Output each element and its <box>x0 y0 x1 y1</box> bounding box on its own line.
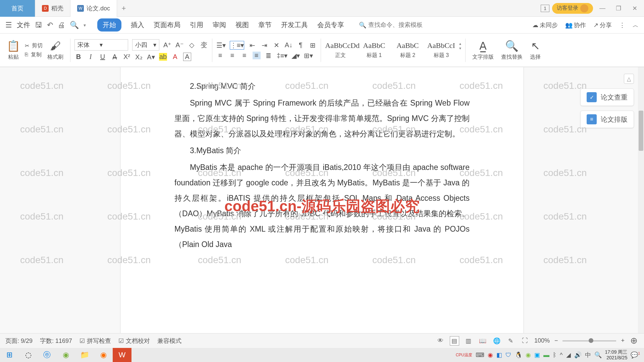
restore-button[interactable]: ❐ <box>612 4 625 12</box>
tray-icon[interactable]: 🛡 <box>505 352 512 359</box>
style-heading2[interactable]: AaBbC标题 2 <box>392 41 423 59</box>
justify-button[interactable]: ≡ <box>253 52 261 59</box>
wifi-icon[interactable]: ◢ <box>566 351 571 359</box>
start-button[interactable]: ⊞ <box>0 348 19 362</box>
tray-icon[interactable]: ◧ <box>496 351 502 359</box>
menu-chapter[interactable]: 章节 <box>258 18 272 32</box>
qa-dropdown[interactable]: ▾ <box>84 22 86 28</box>
format-painter[interactable]: 🖌 格式刷 <box>45 40 66 61</box>
borders-button[interactable]: ⊞▾ <box>304 52 313 60</box>
collapse-ribbon-icon[interactable]: ︿ <box>633 21 639 29</box>
style-gallery-nav[interactable]: ▴▾ <box>459 41 461 59</box>
tray-icon[interactable]: ▣ <box>534 351 540 359</box>
annotate-icon[interactable]: ✎ <box>506 336 516 346</box>
find-replace[interactable]: 🔍查找替换 <box>498 40 525 61</box>
menu-view[interactable]: 视图 <box>235 18 249 32</box>
save-icon[interactable]: 🖫 <box>35 21 42 29</box>
numbering-button[interactable]: ⋮≡▾ <box>230 41 245 50</box>
text-effects-button[interactable]: A▾ <box>147 53 155 61</box>
reading-view-icon[interactable]: 📖 <box>478 336 487 346</box>
show-marks-button[interactable]: ¶ <box>297 41 305 49</box>
wps-icon[interactable]: W <box>113 348 131 362</box>
document-text[interactable]: 2.Spring MVC 简介 Spring MVC 属于 Spring Fra… <box>174 78 470 252</box>
ime-indicator[interactable]: 中 <box>585 351 591 359</box>
decrease-indent-button[interactable]: ⇤ <box>248 41 256 49</box>
eye-icon[interactable]: 👁 <box>436 336 445 346</box>
align-left-button[interactable]: ≡ <box>216 52 224 59</box>
font-color-button[interactable]: A <box>171 53 179 61</box>
paste-group[interactable]: 📋 粘贴 <box>4 40 23 61</box>
cortana-icon[interactable]: ◌ <box>19 348 38 362</box>
tab-document[interactable]: W 论文.doc <box>70 0 117 17</box>
proofing[interactable]: ☑ 文档校对 <box>118 337 150 345</box>
web-view-icon[interactable]: 🌐 <box>492 336 501 346</box>
tray-icon[interactable]: 🐧 <box>515 351 522 359</box>
document-page[interactable]: 2.Spring MVC 简介 Spring MVC 属于 Spring Fra… <box>121 67 523 345</box>
word-count[interactable]: 字数: 11697 <box>40 337 72 345</box>
print-layout-icon[interactable]: ▤ <box>450 336 459 346</box>
menu-member[interactable]: 会员专享 <box>317 18 344 32</box>
side-panel-toggle[interactable]: △ <box>624 74 634 84</box>
share-button[interactable]: ↗ 分享 <box>593 21 612 29</box>
menu-devtools[interactable]: 开发工具 <box>281 18 308 32</box>
superscript-button[interactable]: X² <box>123 53 131 61</box>
clear-format-icon[interactable]: ◇ <box>188 41 196 49</box>
align-right-button[interactable]: ≡ <box>240 52 249 59</box>
instance-badge[interactable]: 1 <box>541 5 549 12</box>
bold-button[interactable]: B <box>74 53 83 61</box>
increase-indent-button[interactable]: ⇥ <box>260 41 268 49</box>
cpu-temp[interactable]: CPU温度 <box>456 352 472 358</box>
shading-button[interactable]: ◢▾ <box>291 52 300 60</box>
tab-daoке[interactable]: D 稻壳 <box>35 0 70 17</box>
cut-button[interactable]: ✂剪切 <box>25 42 43 49</box>
paper-check-button[interactable]: ✓论文查重 <box>580 88 634 106</box>
fit-width-icon[interactable]: ⛶ <box>520 336 530 346</box>
tabs-button[interactable]: ⊞ <box>309 41 317 49</box>
zoom-slider[interactable] <box>562 340 616 342</box>
zoom-in-button[interactable]: + <box>621 337 625 344</box>
scroll-thumb[interactable] <box>639 111 643 151</box>
phonetic-icon[interactable]: 变 <box>200 41 208 50</box>
menu-insert[interactable]: 插入 <box>131 18 144 32</box>
tray-up-icon[interactable]: ^ <box>560 352 562 359</box>
search-input[interactable] <box>368 21 442 28</box>
select[interactable]: ↖选择 <box>527 40 543 61</box>
menu-icon[interactable]: ☰ <box>5 21 12 29</box>
page-count[interactable]: 页面: 9/29 <box>5 337 33 345</box>
underline-button[interactable]: U <box>99 53 107 61</box>
close-button[interactable]: ✕ <box>628 4 641 12</box>
file-menu[interactable]: 文件 <box>17 20 30 29</box>
menu-reference[interactable]: 引用 <box>190 18 203 32</box>
preview-icon[interactable]: 🔍 <box>70 21 79 29</box>
tab-home[interactable]: 首页 <box>0 0 35 17</box>
tray-icon[interactable]: ⌨ <box>476 351 484 359</box>
minimize-button[interactable]: — <box>596 4 609 12</box>
char-border-button[interactable]: A <box>183 53 191 61</box>
outline-view-icon[interactable]: ▥ <box>464 336 473 346</box>
print-icon[interactable]: 🖨 <box>58 21 65 29</box>
app-icon[interactable]: ◉ <box>94 348 113 362</box>
asian-layout-button[interactable]: ✕ <box>272 41 280 49</box>
sort-button[interactable]: A↓ <box>284 41 292 49</box>
menu-pagelayout[interactable]: 页面布局 <box>154 18 180 32</box>
sync-status[interactable]: ☁ 未同步 <box>532 21 558 29</box>
highlight-button[interactable]: ab <box>159 53 167 61</box>
menu-review[interactable]: 审阅 <box>213 18 226 32</box>
scrollbar[interactable] <box>638 67 644 345</box>
decrease-font-icon[interactable]: A⁻ <box>175 41 183 49</box>
notification-icon[interactable]: 💬1 <box>631 351 640 359</box>
zoom-handle[interactable] <box>589 338 593 343</box>
bluetooth-icon[interactable]: ᛒ <box>553 352 556 359</box>
tray-icon[interactable]: ◉ <box>488 351 493 359</box>
style-normal[interactable]: AaBbCcDd正文 <box>325 41 356 59</box>
login-button[interactable]: 访客登录 <box>552 3 593 14</box>
browser-icon[interactable]: ◉ <box>56 348 75 362</box>
tray-icon[interactable]: ▬ <box>543 352 549 359</box>
distribute-button[interactable]: ≣ <box>265 52 273 60</box>
bullets-button[interactable]: ☰▾ <box>216 41 226 49</box>
italic-button[interactable]: I <box>87 53 95 61</box>
text-layout[interactable]: A̲文字排版 <box>470 40 496 61</box>
more-icon[interactable]: ⋮ <box>619 21 625 29</box>
search-area[interactable]: 🔍 <box>359 21 442 29</box>
spell-check[interactable]: ☑ 拼写检查 <box>79 337 111 345</box>
